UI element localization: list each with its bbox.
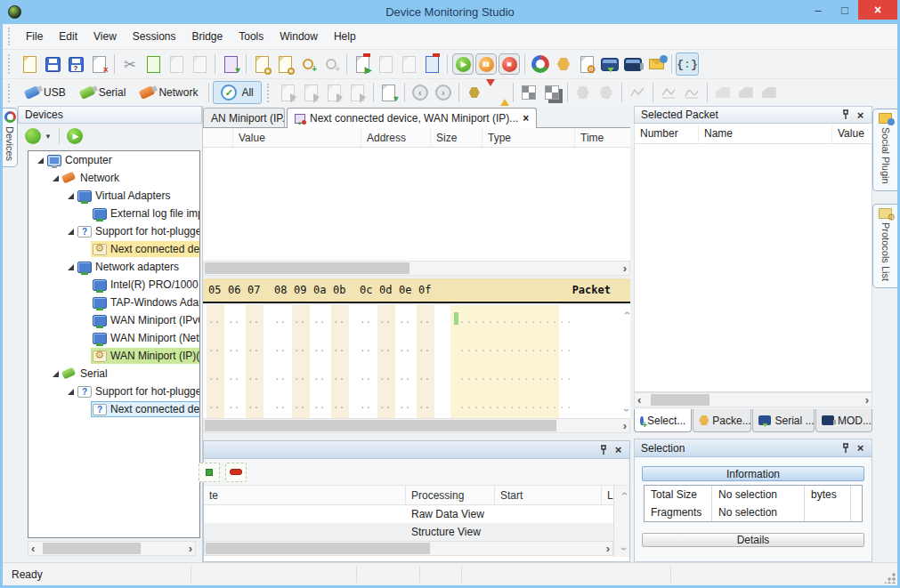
minimize-button[interactable]: – xyxy=(805,0,831,20)
send-feedback-button[interactable] xyxy=(645,52,668,76)
hex-cell[interactable]: .. xyxy=(228,399,239,411)
pin-icon[interactable] xyxy=(838,441,853,455)
expander-icon[interactable] xyxy=(66,229,76,235)
selected-packet-list[interactable] xyxy=(634,144,872,392)
terminal-view-button[interactable] xyxy=(621,52,645,76)
protocols-list-edge-tab[interactable]: Protocols List xyxy=(872,204,897,288)
hex-cell[interactable]: .. xyxy=(274,314,286,326)
hex-cell[interactable]: .. xyxy=(360,314,371,326)
expander-icon[interactable] xyxy=(66,193,76,199)
details-expander[interactable]: Details xyxy=(642,533,864,547)
tree-item-external-log[interactable]: External log file import ad xyxy=(28,205,199,222)
column-number[interactable]: Number xyxy=(635,124,699,143)
expander-icon[interactable] xyxy=(36,157,45,164)
hex-cell[interactable]: .. xyxy=(333,371,345,383)
menu-sessions[interactable]: Sessions xyxy=(125,25,184,48)
expander-icon[interactable] xyxy=(51,371,61,377)
split-pane-device-button[interactable] xyxy=(540,81,564,104)
close-button[interactable]: × xyxy=(858,0,897,20)
maximize-button[interactable]: □ xyxy=(831,0,858,20)
hex-cell[interactable]: .. xyxy=(228,342,239,354)
paste-pages-button[interactable] xyxy=(188,52,211,76)
column-start[interactable]: Start xyxy=(495,486,602,504)
select-view-4-button[interactable] xyxy=(346,81,369,104)
cut-button[interactable]: ✂ xyxy=(118,52,142,76)
hex-cell[interactable]: .. xyxy=(247,371,259,383)
column-time[interactable]: Time xyxy=(575,128,630,147)
stop-monitoring-button[interactable]: ■ xyxy=(498,52,521,76)
column-value[interactable]: Value xyxy=(832,124,872,143)
hex-cell[interactable]: .. xyxy=(208,342,220,354)
scroll-right-icon[interactable]: › xyxy=(623,262,627,274)
session-tab-active[interactable]: Next connected device, WAN Miniport (IP)… xyxy=(287,108,537,128)
hex-cell[interactable]: .. xyxy=(399,399,410,411)
column-size[interactable]: Size xyxy=(431,128,482,147)
hotplug-filter-button[interactable] xyxy=(463,81,486,104)
scroll-right-icon[interactable]: › xyxy=(189,543,192,554)
information-expander[interactable]: Information xyxy=(642,466,864,481)
ascii-panel[interactable]: ........................................… xyxy=(450,305,559,418)
split-chart-button[interactable] xyxy=(626,81,649,104)
data-filter-button[interactable] xyxy=(486,81,509,104)
packet-filter-next-button[interactable] xyxy=(397,52,420,76)
tree-item-next-connected-network[interactable]: Next connected device xyxy=(28,240,199,258)
dock-tab-packets[interactable]: Packe... xyxy=(693,409,751,432)
tree-item-network-adapters[interactable]: Network adapters xyxy=(28,258,199,276)
dock-tab-selection[interactable]: Select... xyxy=(634,409,692,432)
select-view-3-button[interactable] xyxy=(323,81,346,104)
devices-edge-tab[interactable]: Devices xyxy=(3,108,18,167)
hex-cell[interactable]: .. xyxy=(418,371,430,383)
hex-cell[interactable]: .. xyxy=(313,342,325,354)
tree-item-hotplug-network[interactable]: Support for hot-plugged de xyxy=(28,222,199,240)
hex-cell[interactable]: .. xyxy=(360,399,371,411)
hex-cell[interactable]: .. xyxy=(208,399,220,411)
session-tab-inactive[interactable]: AN Miniport (IP... xyxy=(203,108,285,127)
menu-window[interactable]: Window xyxy=(272,25,326,48)
tree-item-wan-ip[interactable]: WAN Miniport (IP)(WAN) xyxy=(28,347,199,365)
new-session-button[interactable] xyxy=(529,52,552,76)
tree-item-tap-windows[interactable]: TAP-Windows Adapter V9 xyxy=(28,294,199,311)
devices-horizontal-scrollbar[interactable]: ‹ › xyxy=(28,541,196,556)
column-processing[interactable]: Processing xyxy=(406,486,495,504)
menu-view[interactable]: View xyxy=(85,25,125,48)
hex-group-2-button[interactable] xyxy=(595,81,618,104)
hex-cell[interactable]: .. xyxy=(360,342,371,354)
hex-cell[interactable]: .. xyxy=(360,371,371,383)
scroll-left-icon[interactable]: ‹ xyxy=(637,394,641,406)
new-file-button[interactable] xyxy=(18,52,41,76)
scroll-right-icon[interactable]: › xyxy=(623,420,627,431)
select-view-1-button[interactable] xyxy=(277,81,300,104)
split-pane-button[interactable] xyxy=(517,81,540,104)
raw-data-script-button[interactable]: {:} xyxy=(676,52,699,76)
column-length[interactable]: Len xyxy=(602,486,613,504)
serial-button[interactable]: Serial xyxy=(73,81,134,104)
scroll-up-icon[interactable]: › xyxy=(618,492,630,495)
save-dump-button[interactable]: ▾ xyxy=(377,81,401,104)
packet-view-button[interactable] xyxy=(552,52,575,76)
hex-cell[interactable]: .. xyxy=(399,342,410,354)
new-data-watch-button[interactable] xyxy=(296,52,320,76)
nav-forward-button[interactable]: › xyxy=(432,81,455,104)
session-properties-button[interactable]: ⚙ xyxy=(575,52,598,76)
nav-back-button[interactable]: ‹ xyxy=(409,81,432,104)
selected-packet-scrollbar[interactable]: ‹ › xyxy=(634,392,872,407)
hex-cell[interactable]: .. xyxy=(228,371,239,383)
table-row[interactable]: Structure View xyxy=(204,523,613,541)
hex-cell[interactable]: .. xyxy=(228,314,239,326)
hex-view-body[interactable]: › › ....................................… xyxy=(203,305,630,418)
table-row[interactable]: Raw Data View xyxy=(204,505,613,523)
new-device-session-button[interactable] xyxy=(25,128,41,144)
scroll-down-icon[interactable]: › xyxy=(618,547,630,551)
usb-button[interactable]: USB xyxy=(18,81,73,104)
tree-item-network[interactable]: Network xyxy=(28,169,199,187)
copy-button[interactable] xyxy=(142,52,165,76)
hex-cell[interactable]: .. xyxy=(418,399,430,411)
hex-cell[interactable]: .. xyxy=(418,342,430,354)
hex-cell[interactable]: .. xyxy=(418,314,430,326)
close-file-button[interactable]: × xyxy=(87,52,110,76)
save-button[interactable] xyxy=(41,52,64,76)
chevron-down-icon[interactable]: ▼ xyxy=(45,133,52,141)
menu-bridge[interactable]: Bridge xyxy=(184,25,231,48)
start-device-button[interactable]: ▶ xyxy=(67,128,83,144)
hex-cell[interactable]: .. xyxy=(313,371,325,383)
